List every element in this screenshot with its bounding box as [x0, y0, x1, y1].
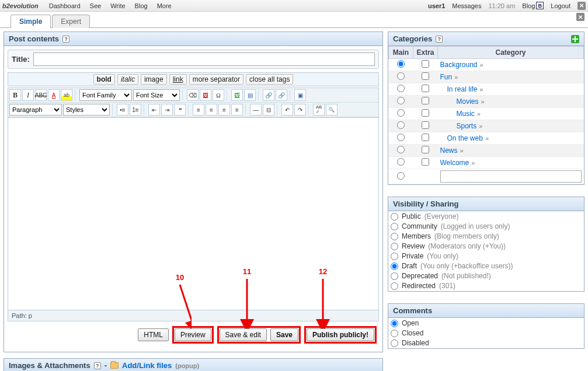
- tmce-bold-icon[interactable]: B: [9, 89, 21, 101]
- visibility-option[interactable]: Deprecated (Not published!): [391, 272, 582, 280]
- comments-radio[interactable]: [391, 320, 398, 327]
- tabs-close-icon[interactable]: ✕: [576, 13, 584, 21]
- visibility-option[interactable]: Draft (You only (+backoffice users)): [391, 262, 582, 270]
- extracat-checkbox[interactable]: [422, 97, 429, 104]
- new-category-input[interactable]: [440, 170, 582, 183]
- visibility-radio[interactable]: [391, 282, 398, 290]
- tmce-removeformat-icon[interactable]: ⌫: [187, 89, 199, 101]
- maincat-radio[interactable]: [397, 146, 405, 153]
- blog-link[interactable]: BlogB: [522, 2, 544, 9]
- visibility-radio[interactable]: [391, 272, 398, 280]
- visibility-radio[interactable]: [391, 213, 398, 220]
- qt-close-all[interactable]: close all tags: [246, 74, 293, 85]
- visibility-option[interactable]: Community (Logged in users only): [391, 222, 582, 230]
- tmce-unlink-icon[interactable]: 🔗: [276, 89, 287, 101]
- visibility-radio[interactable]: [391, 233, 398, 240]
- tab-expert[interactable]: Expert: [52, 15, 90, 28]
- help-icon[interactable]: ?: [62, 36, 69, 43]
- comments-radio[interactable]: [391, 330, 398, 337]
- comments-option[interactable]: Open: [391, 319, 582, 327]
- publish-button[interactable]: Publish publicly!: [307, 328, 374, 341]
- visibility-radio[interactable]: [391, 243, 398, 250]
- save-edit-button[interactable]: Save & edit: [220, 328, 267, 341]
- extracat-checkbox[interactable]: [422, 121, 429, 129]
- maincat-radio[interactable]: [397, 97, 405, 104]
- category-link[interactable]: Welcome: [440, 159, 469, 167]
- tmce-search-icon[interactable]: 🔍: [326, 104, 338, 116]
- tmce-hr-icon[interactable]: —: [250, 104, 262, 116]
- tmce-spellcheck-icon[interactable]: AB✓: [313, 104, 325, 116]
- maincat-radio[interactable]: [397, 134, 405, 141]
- tmce-media-icon[interactable]: ▤: [244, 89, 256, 101]
- tmce-aligncenter-icon[interactable]: ≡: [206, 104, 217, 116]
- category-link[interactable]: On the web: [447, 134, 483, 142]
- preview-button[interactable]: Preview: [175, 328, 211, 341]
- comments-option[interactable]: Disabled: [391, 339, 582, 347]
- tmce-font-size[interactable]: Font Size: [133, 89, 180, 101]
- visibility-radio[interactable]: [391, 262, 398, 270]
- comments-radio[interactable]: [391, 340, 398, 347]
- maincat-radio[interactable]: [397, 72, 405, 80]
- menu-dashboard[interactable]: Dashboard: [49, 2, 81, 9]
- tmce-alignright-icon[interactable]: ≡: [218, 104, 230, 116]
- close-icon[interactable]: ✕: [577, 2, 586, 10]
- category-link[interactable]: Fun: [440, 73, 453, 81]
- user-name[interactable]: user1: [428, 2, 445, 9]
- tmce-specialchar-icon[interactable]: Ω: [213, 89, 224, 101]
- extracat-checkbox[interactable]: [422, 72, 429, 80]
- tmce-redo-icon[interactable]: ↷: [294, 104, 306, 116]
- tmce-textcolor-icon[interactable]: A: [48, 89, 60, 101]
- html-button[interactable]: HTML: [138, 328, 169, 341]
- tmce-ol-icon[interactable]: 1≡: [130, 104, 141, 116]
- tmce-link-icon[interactable]: 🔗: [263, 89, 274, 101]
- extracat-checkbox[interactable]: [422, 109, 429, 117]
- tmce-italic-icon[interactable]: I: [22, 89, 34, 101]
- tmce-outdent-icon[interactable]: ⇤: [148, 104, 160, 116]
- tmce-alignjustify-icon[interactable]: ≡: [231, 104, 243, 116]
- maincat-radio[interactable]: [397, 121, 405, 129]
- logout-link[interactable]: Logout: [551, 2, 570, 9]
- maincat-radio-new[interactable]: [397, 172, 405, 180]
- visibility-option[interactable]: Private (You only): [391, 252, 582, 260]
- tmce-styles-select[interactable]: Styles: [63, 104, 110, 116]
- title-input[interactable]: [33, 52, 375, 66]
- add-link-files[interactable]: Add/Link files: [122, 361, 172, 370]
- category-link[interactable]: Background: [440, 61, 478, 69]
- tmce-font-family[interactable]: Font Family: [79, 89, 132, 101]
- qt-italic[interactable]: italic: [117, 74, 138, 85]
- qt-more-sep[interactable]: more separator: [189, 74, 243, 85]
- comments-option[interactable]: Closed: [391, 329, 582, 337]
- extracat-checkbox[interactable]: [422, 85, 429, 92]
- menu-more[interactable]: More: [157, 2, 172, 9]
- visibility-radio[interactable]: [391, 223, 398, 230]
- help-icon[interactable]: ?: [436, 36, 443, 43]
- maincat-radio[interactable]: [397, 60, 405, 68]
- tmce-indent-icon[interactable]: ⇥: [161, 104, 173, 116]
- menu-write[interactable]: Write: [110, 2, 125, 9]
- visibility-option[interactable]: Public (Everyone): [391, 212, 582, 220]
- brand-logo[interactable]: b2evolution: [2, 2, 39, 9]
- maincat-radio[interactable]: [397, 158, 405, 166]
- tmce-ul-icon[interactable]: •≡: [117, 104, 128, 116]
- messages-link[interactable]: Messages: [452, 2, 481, 9]
- maincat-radio[interactable]: [397, 85, 405, 92]
- qt-image[interactable]: image: [141, 74, 167, 85]
- visibility-option[interactable]: Review (Moderators only (+You)): [391, 242, 582, 250]
- add-category-icon[interactable]: [571, 35, 579, 43]
- extracat-checkbox[interactable]: [422, 158, 429, 166]
- visibility-radio[interactable]: [391, 253, 398, 260]
- tmce-image-icon[interactable]: 🖼: [231, 89, 243, 101]
- extracat-checkbox[interactable]: [422, 134, 429, 141]
- save-button[interactable]: Save: [270, 328, 298, 341]
- qt-bold[interactable]: bold: [93, 74, 115, 85]
- help-icon[interactable]: ?: [94, 362, 101, 369]
- extracat-checkbox[interactable]: [422, 60, 429, 68]
- category-link[interactable]: Sports: [457, 122, 477, 130]
- tmce-highlight-icon[interactable]: ab: [61, 89, 72, 101]
- menu-see[interactable]: See: [90, 2, 102, 9]
- tmce-strike-icon[interactable]: ABC: [35, 89, 47, 101]
- tmce-noimage-icon[interactable]: 🖼: [200, 89, 211, 101]
- tmce-paragraph-select[interactable]: Paragraph: [9, 104, 62, 116]
- menu-blog[interactable]: Blog: [135, 2, 148, 9]
- visibility-option[interactable]: Redirected (301): [391, 282, 582, 290]
